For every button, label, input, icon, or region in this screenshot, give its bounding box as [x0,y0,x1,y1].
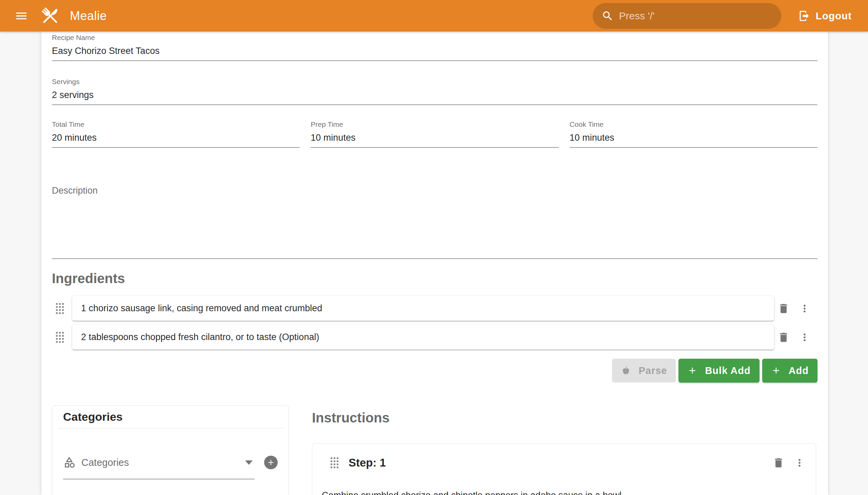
add-button[interactable]: Add [762,359,817,382]
chevron-down-icon [245,460,253,465]
ingredient-input[interactable]: 1 chorizo sausage link, casing removed a… [72,296,774,321]
recipe-editor: Recipe Name Easy Chorizo Street Tacos Se… [41,32,828,495]
description-value[interactable] [52,196,817,254]
bulk-add-button[interactable]: Bulk Add [679,359,759,382]
ingredient-text: 1 chorizo sausage link, casing removed a… [81,303,322,313]
recipe-name-field[interactable]: Recipe Name Easy Chorizo Street Tacos [52,34,817,61]
ingredient-buttons-row: Parse Bulk Add Add [52,359,817,382]
ingredient-input[interactable]: 2 tablespoons chopped fresh cilantro, or… [72,325,774,349]
bottom-section: Categories Categories [52,406,817,495]
search-placeholder: Press '/' [619,10,655,22]
mealie-logo-icon [39,5,61,27]
drag-handle-icon[interactable] [330,457,338,468]
search-input[interactable]: Press '/' [593,3,781,29]
cook-time-label: Cook Time [569,121,817,128]
ingredient-text: 2 tablespoons chopped fresh cilantro, or… [81,332,319,342]
ingredient-menu-icon[interactable] [799,303,811,314]
parse-label: Parse [639,365,667,376]
ingredient-menu-icon[interactable] [799,331,811,343]
categories-select-label: Categories [81,457,129,468]
plus-icon [687,365,697,376]
description-field[interactable]: Description [52,185,817,259]
plus-icon [771,365,781,376]
total-time-value[interactable]: 20 minutes [52,132,300,143]
cook-time-value[interactable]: 10 minutes [569,132,817,143]
shapes-icon [63,456,76,469]
step-card: Step: 1 Combine crumbled chorizo and chi… [312,443,816,495]
total-time-field[interactable]: Total Time 20 minutes [52,121,300,148]
ingredients-heading: Ingredients [52,271,817,286]
categories-select-row: Categories [63,455,278,479]
apple-icon [621,365,631,376]
delete-ingredient-icon[interactable] [778,331,790,343]
divider [58,428,283,429]
servings-field[interactable]: Servings 2 servings [52,78,817,105]
recipe-name-label: Recipe Name [52,34,817,41]
servings-label: Servings [52,78,817,85]
prep-time-field[interactable]: Prep Time 10 minutes [310,121,558,148]
logout-button[interactable]: Logout [794,6,856,25]
app-title: Mealie [70,9,107,23]
cook-time-field[interactable]: Cook Time 10 minutes [569,121,817,148]
drag-handle-icon[interactable] [56,303,64,314]
ingredient-row: 2 tablespoons chopped fresh cilantro, or… [52,325,817,349]
prep-time-label: Prep Time [310,121,558,128]
ingredient-row: 1 chorizo sausage link, casing removed a… [52,296,817,321]
parse-button[interactable]: Parse [612,359,676,382]
app-bar: Mealie Press '/' Logout [0,0,868,32]
instructions-section: Instructions Step: 1 Combine crumbled ch… [312,406,817,495]
logout-icon [798,10,810,22]
prep-time-value[interactable]: 10 minutes [310,132,558,143]
step-title: Step: 1 [348,456,386,469]
instructions-heading: Instructions [312,410,817,426]
recipe-name-value[interactable]: Easy Chorizo Street Tacos [52,46,817,56]
add-category-button[interactable] [264,456,278,469]
servings-value[interactable]: 2 servings [52,89,817,100]
categories-card: Categories Categories [52,406,289,495]
step-header: Step: 1 [317,455,811,470]
search-icon [601,10,614,22]
step-text-input[interactable]: Combine crumbled chorizo and chipotle pe… [322,489,811,495]
plus-icon [267,458,275,467]
times-row: Total Time 20 minutes Prep Time 10 minut… [52,121,817,148]
description-label: Description [52,185,817,196]
bulk-add-label: Bulk Add [705,365,750,376]
step-menu-icon[interactable] [794,457,806,469]
categories-title: Categories [63,410,289,423]
total-time-label: Total Time [52,121,300,128]
logout-label: Logout [816,10,852,22]
add-label: Add [789,365,809,376]
delete-ingredient-icon[interactable] [778,303,790,314]
delete-step-icon[interactable] [772,457,785,469]
drag-handle-icon[interactable] [56,332,64,343]
menu-icon[interactable] [12,6,31,26]
categories-select[interactable]: Categories [63,455,255,479]
